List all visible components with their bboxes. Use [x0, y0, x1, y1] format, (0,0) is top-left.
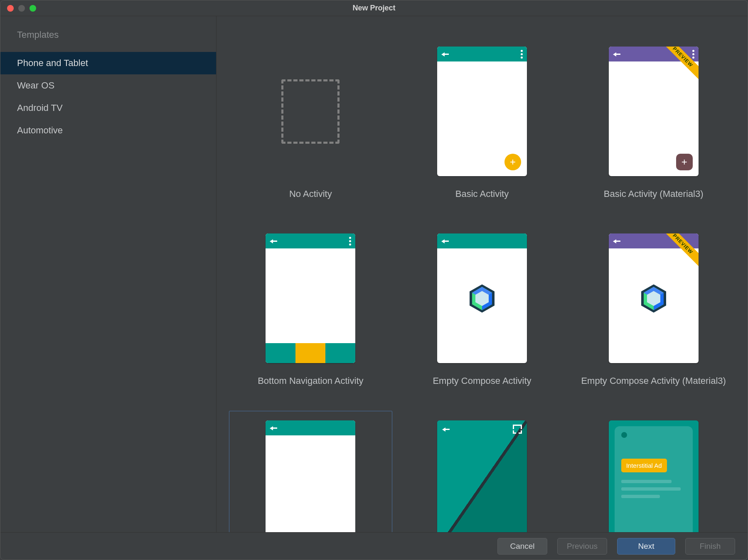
back-arrow-icon [613, 238, 621, 244]
fab-icon: + [504, 154, 521, 170]
thumbnail-compose-m3: PREVIEW [609, 233, 699, 363]
window-controls [0, 5, 36, 12]
back-arrow-icon [441, 51, 450, 57]
dashed-rect-icon [281, 79, 340, 144]
template-label: Basic Activity [455, 189, 509, 199]
template-label: Bottom Navigation Activity [258, 376, 363, 386]
cancel-button[interactable]: Cancel [497, 538, 547, 555]
sidebar-header: Templates [0, 29, 216, 52]
template-card[interactable]: PREVIEW Empty Compose Activity (Material… [572, 224, 735, 394]
back-arrow-icon [442, 426, 450, 432]
template-label: Empty Compose Activity [433, 376, 531, 386]
content: Templates Phone and TabletWear OSAndroid… [0, 16, 748, 532]
status-dot-icon [621, 432, 627, 438]
templates-panel: No Activity + Basic Activity + PREVIEW B… [217, 16, 748, 532]
sidebar: Templates Phone and TabletWear OSAndroid… [0, 16, 217, 532]
overflow-menu-icon [692, 50, 694, 59]
thumbnail-empty [266, 420, 355, 532]
template-label: No Activity [289, 189, 332, 199]
sidebar-item-automotive[interactable]: Automotive [0, 119, 216, 142]
template-card[interactable]: Bottom Navigation Activity [229, 224, 392, 394]
template-card[interactable]: + PREVIEW Basic Activity (Material3) [572, 37, 735, 207]
fullscreen-icon [513, 425, 522, 434]
titlebar: New Project [0, 0, 748, 16]
back-arrow-icon [613, 51, 621, 57]
template-card[interactable]: + Basic Activity [401, 37, 564, 207]
finish-button[interactable]: Finish [685, 538, 735, 555]
thumb-appbar [266, 420, 355, 435]
thumb-bottom-nav [266, 343, 355, 363]
back-arrow-icon [270, 425, 278, 431]
compose-logo-icon [468, 284, 496, 317]
thumbnail-basic: + [437, 47, 527, 176]
thumbnail-admob: Interstitial Ad [609, 420, 699, 532]
thumb-admob-card: Interstitial Ad [615, 426, 693, 532]
sidebar-item-phone-and-tablet[interactable]: Phone and Tablet [0, 52, 216, 74]
back-arrow-icon [441, 238, 450, 244]
previous-button[interactable]: Previous [557, 538, 607, 555]
template-label: Empty Compose Activity (Material3) [581, 376, 726, 386]
template-card[interactable]: Interstitial Ad [572, 411, 735, 532]
thumbnail-fullscreen [437, 420, 527, 532]
close-window-button[interactable] [7, 5, 14, 12]
thumb-appbar [437, 420, 527, 438]
template-card[interactable] [229, 411, 392, 532]
back-arrow-icon [270, 238, 278, 244]
sidebar-item-wear-os[interactable]: Wear OS [0, 74, 216, 97]
template-card[interactable]: No Activity [229, 37, 392, 207]
minimize-window-button[interactable] [18, 5, 25, 12]
thumb-appbar [266, 233, 355, 248]
template-label: Basic Activity (Material3) [604, 189, 704, 199]
fab-icon: + [676, 154, 693, 170]
interstitial-ad-button: Interstitial Ad [621, 459, 667, 472]
thumbnail-compose [437, 233, 527, 363]
maximize-window-button[interactable] [30, 5, 36, 12]
template-card[interactable]: Empty Compose Activity [401, 224, 564, 394]
overflow-menu-icon [521, 50, 523, 59]
thumbnail-no-activity [266, 47, 355, 176]
window-title: New Project [0, 4, 748, 12]
template-card[interactable] [401, 411, 564, 532]
thumb-appbar [437, 233, 527, 248]
overflow-menu-icon [349, 237, 351, 246]
footer: Cancel Previous Next Finish [0, 532, 748, 560]
thumb-appbar [437, 47, 527, 61]
compose-logo-icon [640, 284, 668, 317]
thumbnail-bottomnav [266, 233, 355, 363]
thumbnail-basic-m3: + PREVIEW [609, 47, 699, 176]
templates-grid: No Activity + Basic Activity + PREVIEW B… [229, 37, 735, 532]
sidebar-item-android-tv[interactable]: Android TV [0, 97, 216, 119]
next-button[interactable]: Next [617, 538, 675, 555]
